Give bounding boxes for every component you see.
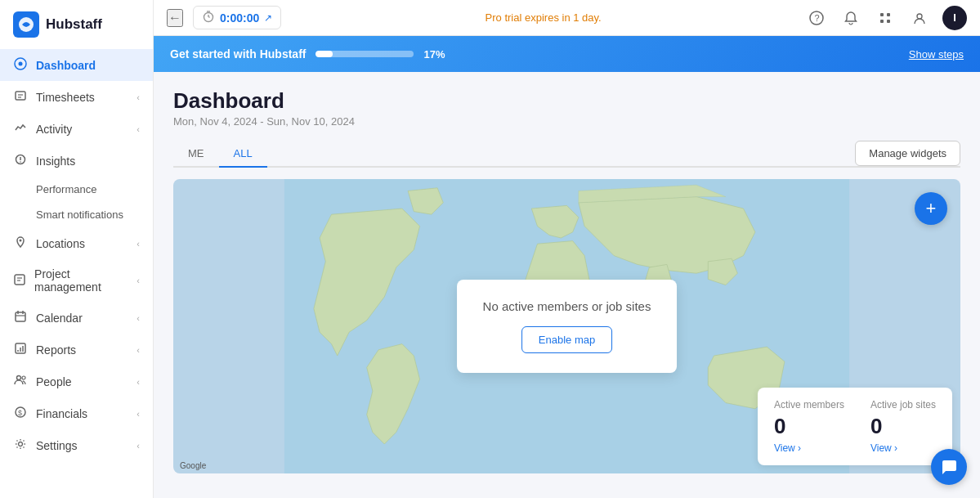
sidebar-sub-performance[interactable]: Performance	[0, 177, 153, 202]
calendar-chevron: ‹	[136, 313, 140, 323]
timer-area: 0:00:00 ↗	[193, 6, 281, 29]
sidebar-item-timesheets[interactable]: Timesheets ‹	[0, 81, 153, 113]
financials-chevron: ‹	[136, 409, 140, 419]
stats-card: Active members 0 View › Active job sites…	[758, 388, 952, 465]
logo-icon	[13, 11, 39, 38]
sidebar-item-financials[interactable]: $ Financials ‹	[0, 397, 153, 429]
activity-chevron: ‹	[136, 124, 140, 134]
map-overlay-card: No active members or job sites Enable ma…	[457, 280, 678, 373]
banner-title: Get started with Hubstaff	[170, 47, 306, 61]
active-job-sites-label: Active job sites	[870, 399, 936, 411]
svg-rect-3	[16, 92, 25, 100]
svg-text:?: ?	[815, 13, 820, 23]
timesheets-chevron: ‹	[136, 92, 140, 102]
tab-me[interactable]: ME	[173, 141, 219, 168]
logo[interactable]: Hubstaff	[0, 0, 153, 49]
profile-button[interactable]	[908, 7, 931, 29]
tab-all[interactable]: ALL	[219, 141, 267, 168]
map-overlay-text: No active members or job sites	[483, 299, 651, 313]
show-steps-button[interactable]: Show steps	[909, 48, 964, 61]
svg-rect-32	[880, 13, 884, 16]
dashboard-icon	[13, 57, 28, 73]
sidebar-item-locations-label: Locations	[36, 237, 85, 250]
map-attribution: Google	[180, 461, 206, 470]
sidebar-item-insights-label: Insights	[36, 155, 75, 168]
sidebar-item-timesheets-label: Timesheets	[36, 91, 95, 104]
people-chevron: ‹	[136, 377, 140, 387]
active-members-label: Active members	[774, 399, 844, 411]
sidebar-item-settings[interactable]: Settings ‹	[0, 429, 153, 461]
settings-chevron: ‹	[136, 441, 140, 451]
sidebar-item-people-label: People	[36, 375, 72, 388]
project-management-icon	[13, 273, 26, 289]
sidebar-item-project-management-label: Project management	[34, 267, 128, 294]
user-avatar[interactable]: I	[942, 6, 967, 30]
svg-point-25	[19, 442, 23, 446]
sidebar-sub-smart-notifications[interactable]: Smart notifications	[0, 202, 153, 227]
notifications-button[interactable]	[839, 7, 862, 29]
map-add-button[interactable]: +	[915, 192, 947, 225]
sidebar-item-activity-label: Activity	[36, 123, 72, 136]
progress-bar-fill	[315, 51, 332, 57]
sidebar-item-calendar[interactable]: Calendar ‹	[0, 302, 153, 334]
svg-point-22	[22, 376, 25, 379]
sidebar: Hubstaff Dashboard Timesheets ‹ Activity…	[0, 0, 154, 498]
page-title: Dashboard	[173, 88, 960, 114]
sidebar-item-locations[interactable]: Locations ‹	[0, 227, 153, 259]
svg-point-21	[17, 376, 21, 380]
map-container: No active members or job sites Enable ma…	[173, 179, 960, 473]
calendar-icon	[13, 310, 28, 325]
logo-text: Hubstaff	[46, 16, 102, 33]
sidebar-item-dashboard-label: Dashboard	[36, 59, 96, 72]
sidebar-item-project-management[interactable]: Project management ‹	[0, 259, 153, 302]
timesheets-icon	[13, 89, 28, 105]
timer-value: 0:00:00	[220, 11, 259, 25]
sidebar-item-insights[interactable]: Insights	[0, 145, 153, 177]
sidebar-item-dashboard[interactable]: Dashboard	[0, 49, 153, 81]
sidebar-item-calendar-label: Calendar	[36, 312, 83, 325]
enable-map-button[interactable]: Enable map	[521, 326, 612, 353]
svg-point-8	[20, 161, 21, 163]
sidebar-item-activity[interactable]: Activity ‹	[0, 113, 153, 145]
manage-widgets-button[interactable]: Manage widgets	[855, 141, 960, 166]
tabs-row: ME ALL Manage widgets	[173, 141, 960, 168]
active-job-sites-stat: Active job sites 0 View ›	[870, 399, 936, 454]
reports-chevron: ‹	[136, 345, 140, 355]
sidebar-item-people[interactable]: People ‹	[0, 366, 153, 397]
page-content: Dashboard Mon, Nov 4, 2024 - Sun, Nov 10…	[154, 72, 980, 498]
financials-icon: $	[13, 406, 28, 421]
svg-point-36	[917, 14, 922, 19]
svg-text:$: $	[18, 409, 22, 417]
activity-icon	[13, 121, 28, 137]
active-job-sites-value: 0	[870, 414, 936, 439]
topbar-icons: ? I	[805, 6, 967, 30]
svg-rect-34	[880, 20, 884, 23]
progress-percent: 17%	[423, 48, 445, 61]
chat-button[interactable]	[931, 449, 967, 485]
trial-notice: Pro trial expires in 1 day.	[291, 11, 795, 24]
svg-point-2	[19, 62, 23, 66]
apps-button[interactable]	[874, 7, 897, 29]
back-button[interactable]: ←	[167, 9, 183, 27]
active-members-value: 0	[774, 414, 844, 439]
topbar: ← 0:00:00 ↗ Pro trial expires in 1 day. …	[154, 0, 980, 36]
people-icon	[13, 374, 28, 389]
svg-rect-10	[15, 275, 25, 285]
locations-chevron: ‹	[136, 239, 140, 249]
sidebar-item-settings-label: Settings	[36, 439, 78, 452]
help-button[interactable]: ?	[805, 7, 828, 29]
sidebar-item-reports[interactable]: Reports ‹	[0, 334, 153, 366]
active-job-sites-link[interactable]: View ›	[870, 442, 936, 454]
sidebar-item-reports-label: Reports	[36, 343, 76, 357]
map-add-icon: +	[926, 198, 937, 219]
active-members-link[interactable]: View ›	[774, 442, 844, 454]
settings-icon	[13, 437, 28, 453]
svg-rect-35	[887, 20, 890, 23]
timer-expand-icon[interactable]: ↗	[264, 12, 272, 24]
active-members-stat: Active members 0 View ›	[774, 399, 844, 454]
project-management-chevron: ‹	[136, 276, 140, 285]
reports-icon	[13, 342, 28, 357]
page-date-range: Mon, Nov 4, 2024 - Sun, Nov 10, 2024	[173, 115, 960, 128]
svg-point-9	[20, 240, 22, 242]
svg-rect-33	[887, 13, 890, 16]
